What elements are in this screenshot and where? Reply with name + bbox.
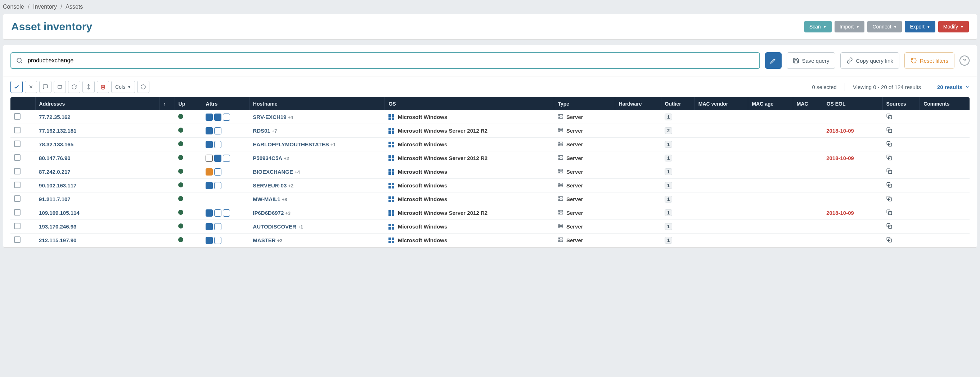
col-addresses[interactable]: Addresses bbox=[35, 97, 160, 110]
attr-icon bbox=[214, 182, 221, 189]
windows-icon bbox=[388, 114, 394, 120]
breadcrumb-item[interactable]: Console bbox=[3, 3, 24, 10]
search-icon bbox=[11, 57, 28, 64]
attr-icon bbox=[223, 113, 230, 121]
outlier-badge: 1 bbox=[665, 155, 672, 161]
col-outlier[interactable]: Outlier bbox=[661, 97, 695, 110]
ip-link[interactable]: 78.32.133.165 bbox=[39, 141, 73, 147]
deselect-button[interactable]: ✕ bbox=[25, 81, 37, 93]
select-all-button[interactable] bbox=[10, 81, 23, 93]
ip-link[interactable]: 80.147.76.90 bbox=[39, 155, 70, 161]
table-row[interactable]: 77.162.132.181 RDS01+7 Microsoft Windows… bbox=[10, 124, 970, 138]
hostname-link[interactable]: SERVEUR-03 bbox=[253, 182, 286, 188]
attr-icon bbox=[214, 127, 221, 134]
table-row[interactable]: 78.32.133.165 EARLOFPLYMOUTHESTATES+1 Mi… bbox=[10, 138, 970, 152]
attr-icons bbox=[205, 113, 245, 121]
table-row[interactable]: 109.109.105.114 IP6D6D6972+3 Microsoft W… bbox=[10, 206, 970, 220]
col-os[interactable]: OS bbox=[385, 97, 554, 110]
type-label: Server bbox=[566, 114, 583, 120]
table-row[interactable]: 77.72.35.162 SRV-EXCH19+4 Microsoft Wind… bbox=[10, 110, 970, 124]
ip-link[interactable]: 87.242.0.217 bbox=[39, 169, 70, 175]
table-row[interactable]: 90.102.163.117 SERVEUR-03+2 Microsoft Wi… bbox=[10, 179, 970, 192]
row-checkbox[interactable] bbox=[14, 154, 21, 161]
attr-icon bbox=[205, 155, 213, 162]
col-sources[interactable]: Sources bbox=[883, 97, 920, 110]
source-icon bbox=[886, 197, 892, 203]
page-size-dropdown[interactable]: 20 results bbox=[937, 84, 970, 90]
col-comments[interactable]: Comments bbox=[920, 97, 970, 110]
hostname-link[interactable]: AUTODISCOVER bbox=[253, 224, 296, 230]
refresh-button[interactable] bbox=[68, 81, 80, 93]
hostname-link[interactable]: RDS01 bbox=[253, 128, 270, 134]
row-checkbox[interactable] bbox=[14, 236, 21, 243]
ip-link[interactable]: 91.211.7.107 bbox=[39, 196, 70, 202]
svg-point-0 bbox=[17, 58, 21, 62]
col-mac-age[interactable]: MAC age bbox=[748, 97, 793, 110]
row-checkbox[interactable] bbox=[14, 141, 21, 147]
connect-button[interactable]: Connect▼ bbox=[867, 21, 902, 32]
hostname-link[interactable]: IP6D6D6972 bbox=[253, 210, 284, 216]
hostname-link[interactable]: SRV-EXCH19 bbox=[253, 114, 286, 120]
attr-icon bbox=[205, 113, 213, 121]
ip-link[interactable]: 212.115.197.90 bbox=[39, 237, 76, 243]
ip-link[interactable]: 109.109.105.114 bbox=[39, 210, 80, 216]
table-row[interactable]: 212.115.197.90 MASTER+2 Microsoft Window… bbox=[10, 233, 970, 247]
row-checkbox[interactable] bbox=[14, 209, 21, 216]
hostname-link[interactable]: BIOEXCHANGE bbox=[253, 169, 293, 175]
svg-rect-2 bbox=[58, 85, 62, 88]
breadcrumb-item[interactable]: Assets bbox=[65, 3, 83, 10]
col-mac-vendor[interactable]: MAC vendor bbox=[695, 97, 748, 110]
col-os-eol[interactable]: OS EOL bbox=[822, 97, 883, 110]
copy-query-link-button[interactable]: Copy query link bbox=[840, 52, 899, 69]
export-button[interactable]: Export▼ bbox=[905, 21, 935, 32]
row-checkbox[interactable] bbox=[14, 113, 21, 120]
hostname-link[interactable]: EARLOFPLYMOUTHESTATES bbox=[253, 141, 329, 147]
row-checkbox[interactable] bbox=[14, 168, 21, 174]
os-label: Microsoft Windows bbox=[398, 224, 447, 230]
merge-button[interactable] bbox=[83, 81, 95, 93]
reset-filters-button[interactable]: Reset filters bbox=[904, 52, 955, 69]
comment-button[interactable] bbox=[39, 81, 51, 93]
save-query-button[interactable]: Save query bbox=[787, 52, 836, 69]
ip-link[interactable]: 90.102.163.117 bbox=[39, 182, 76, 188]
table-row[interactable]: 80.147.76.90 P50934C5A+2 Microsoft Windo… bbox=[10, 152, 970, 165]
hostname-link[interactable]: MASTER bbox=[253, 237, 275, 243]
row-checkbox[interactable] bbox=[14, 195, 21, 202]
col-sort[interactable]: ↑ bbox=[160, 97, 175, 110]
tag-button[interactable] bbox=[54, 81, 66, 93]
row-checkbox[interactable] bbox=[14, 182, 21, 188]
svg-point-61 bbox=[559, 241, 560, 241]
hostname-extra: +1 bbox=[331, 142, 336, 147]
attr-icon bbox=[214, 209, 221, 217]
breadcrumb-item[interactable]: Inventory bbox=[33, 3, 57, 10]
col-type[interactable]: Type bbox=[554, 97, 615, 110]
col-hostname[interactable]: Hostname bbox=[249, 97, 385, 110]
modify-button[interactable]: Modify▼ bbox=[938, 21, 969, 32]
search-input[interactable] bbox=[28, 53, 759, 68]
scan-button[interactable]: Scan▼ bbox=[804, 21, 832, 32]
edit-query-button[interactable] bbox=[765, 52, 782, 69]
table-row[interactable]: 193.170.246.93 AUTODISCOVER+1 Microsoft … bbox=[10, 220, 970, 233]
col-attrs[interactable]: Attrs bbox=[202, 97, 249, 110]
delete-button[interactable] bbox=[97, 81, 109, 93]
help-icon[interactable]: ? bbox=[959, 56, 970, 65]
hostname-link[interactable]: P50934C5A bbox=[253, 155, 282, 161]
table-row[interactable]: 91.211.7.107 MW-MAIL1+8 Microsoft Window… bbox=[10, 192, 970, 206]
ip-link[interactable]: 77.162.132.181 bbox=[39, 128, 76, 134]
import-button[interactable]: Import▼ bbox=[835, 21, 865, 32]
ip-link[interactable]: 77.72.35.162 bbox=[39, 114, 70, 120]
col-up[interactable]: Up bbox=[175, 97, 202, 110]
source-icon bbox=[886, 142, 892, 148]
row-checkbox[interactable] bbox=[14, 127, 21, 133]
search-field-wrapper[interactable] bbox=[10, 52, 760, 69]
row-checkbox[interactable] bbox=[14, 223, 21, 229]
status-up-icon bbox=[178, 114, 183, 119]
reload-button[interactable] bbox=[137, 81, 150, 93]
columns-button[interactable]: Cols▼ bbox=[111, 81, 135, 93]
ip-link[interactable]: 193.170.246.93 bbox=[39, 224, 76, 230]
col-hardware[interactable]: Hardware bbox=[615, 97, 661, 110]
hostname-link[interactable]: MW-MAIL1 bbox=[253, 196, 280, 202]
col-mac[interactable]: MAC bbox=[793, 97, 822, 110]
table-row[interactable]: 87.242.0.217 BIOEXCHANGE+4 Microsoft Win… bbox=[10, 165, 970, 179]
col-checkbox[interactable] bbox=[10, 97, 35, 110]
